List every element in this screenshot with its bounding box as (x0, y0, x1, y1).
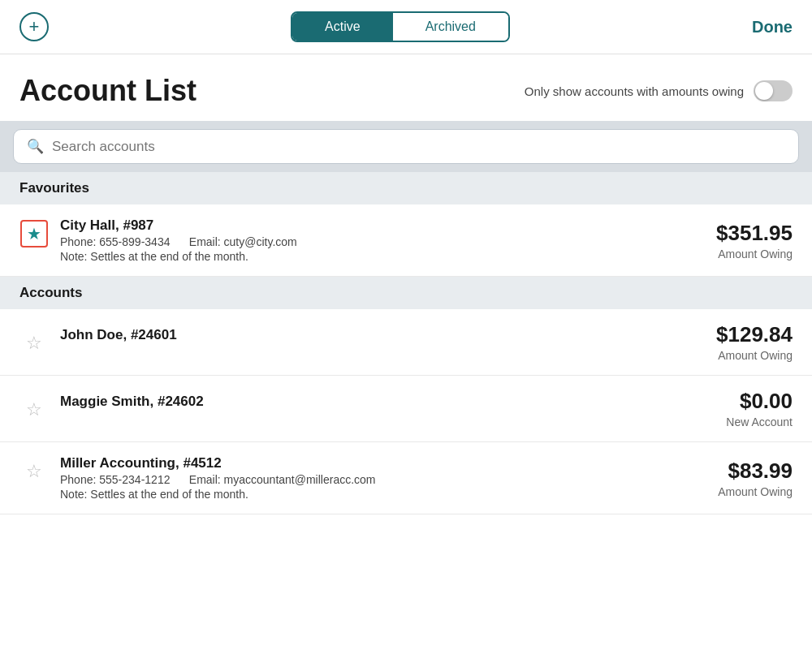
star-empty-icon: ☆ (26, 461, 42, 482)
account-note: Note: Settles at the end of the month. (60, 250, 297, 263)
account-amount: $351.95 (716, 221, 793, 246)
account-name: John Doe, #24601 (60, 327, 177, 343)
accounts-section-header: Accounts (0, 277, 812, 309)
account-right: $129.84 Amount Owing (716, 322, 793, 362)
account-left: ☆ John Doe, #24601 (19, 327, 177, 358)
account-info: Miller Accounting, #4512 Phone: 555-234-… (60, 455, 376, 501)
tab-archived[interactable]: Archived (393, 13, 508, 41)
search-input[interactable] (52, 139, 785, 155)
search-icon: 🔍 (27, 138, 44, 155)
account-email: Email: cuty@city.com (189, 235, 297, 248)
account-meta: Phone: 555-234-1212 Email: myaccountant@… (60, 473, 376, 486)
account-left: ☆ Miller Accounting, #4512 Phone: 555-23… (19, 455, 376, 501)
account-phone: Phone: 655-899-3434 (60, 235, 170, 248)
account-status: Amount Owing (716, 248, 793, 260)
account-info: City Hall, #987 Phone: 655-899-3434 Emai… (60, 217, 297, 263)
search-section: 🔍 (0, 121, 812, 172)
account-right: $351.95 Amount Owing (716, 221, 793, 260)
account-name: City Hall, #987 (60, 217, 297, 234)
favourite-star[interactable]: ☆ (19, 329, 49, 358)
list-item[interactable]: ☆ Miller Accounting, #4512 Phone: 555-23… (0, 442, 812, 514)
list-item[interactable]: ★ City Hall, #987 Phone: 655-899-3434 Em… (0, 204, 812, 277)
account-status: New Account (726, 415, 793, 428)
account-status: Amount Owing (718, 485, 793, 498)
filter-row: Only show accounts with amounts owing (525, 80, 793, 101)
page-header: Account List Only show accounts with amo… (0, 54, 812, 121)
account-amount: $129.84 (716, 322, 793, 347)
star-empty-icon: ☆ (26, 333, 42, 354)
account-note: Note: Settles at the end of the month. (60, 488, 376, 501)
filter-label: Only show accounts with amounts owing (525, 84, 744, 98)
top-bar: + Active Archived Done (0, 0, 812, 54)
plus-icon: + (29, 16, 40, 37)
account-right: $83.99 Amount Owing (718, 458, 793, 498)
account-right: $0.00 New Account (726, 389, 793, 428)
star-filled-icon: ★ (20, 220, 48, 248)
tab-group: Active Archived (291, 11, 510, 42)
account-left: ☆ Maggie Smith, #24602 (19, 394, 204, 424)
favourite-star[interactable]: ☆ (19, 395, 49, 424)
favourite-star[interactable]: ★ (19, 219, 49, 248)
account-left: ★ City Hall, #987 Phone: 655-899-3434 Em… (19, 217, 297, 263)
account-info: John Doe, #24601 (60, 327, 177, 343)
star-empty-icon: ☆ (26, 399, 42, 420)
account-status: Amount Owing (716, 349, 793, 362)
favourites-section-header: Favourites (0, 172, 812, 204)
account-phone: Phone: 555-234-1212 (60, 473, 170, 486)
list-item[interactable]: ☆ John Doe, #24601 $129.84 Amount Owing (0, 309, 812, 376)
account-email: Email: myaccountant@milleracc.com (189, 473, 376, 486)
account-amount: $0.00 (726, 389, 793, 414)
search-bar: 🔍 (13, 129, 799, 164)
add-button[interactable]: + (19, 12, 49, 41)
account-name: Miller Accounting, #4512 (60, 455, 376, 471)
account-meta: Phone: 655-899-3434 Email: cuty@city.com (60, 235, 297, 248)
account-name: Maggie Smith, #24602 (60, 394, 204, 410)
account-info: Maggie Smith, #24602 (60, 394, 204, 410)
done-button[interactable]: Done (752, 18, 793, 37)
amounts-owing-toggle[interactable] (754, 80, 793, 101)
list-item[interactable]: ☆ Maggie Smith, #24602 $0.00 New Account (0, 376, 812, 442)
account-amount: $83.99 (718, 458, 793, 484)
page-title: Account List (19, 74, 197, 108)
favourite-star[interactable]: ☆ (19, 457, 49, 486)
tab-active[interactable]: Active (292, 13, 393, 41)
